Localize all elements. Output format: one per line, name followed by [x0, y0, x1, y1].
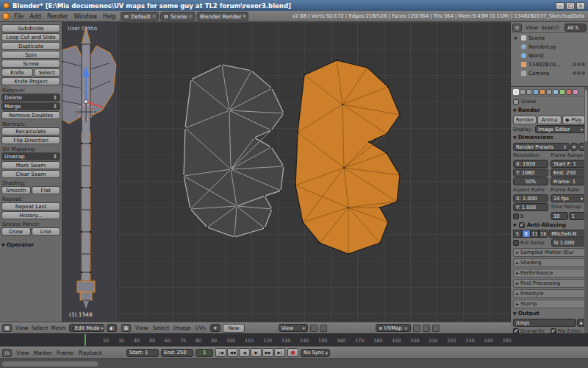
editor-type-3d-icon[interactable]: ▦ — [2, 324, 12, 332]
resolution-y-field[interactable]: Y: 1080 — [513, 169, 548, 177]
transport-button[interactable]: ◀ — [239, 348, 250, 357]
bottom-scroll-strip[interactable] — [0, 358, 588, 368]
play-button[interactable]: ▶ Play — [562, 116, 586, 124]
current-frame-field[interactable]: 1 — [196, 349, 213, 357]
aa-size-slider[interactable]: Si 1.000 — [551, 238, 587, 247]
render-panel-header[interactable]: Render — [513, 107, 586, 115]
knife-project-button[interactable]: Knife Project — [1, 77, 60, 85]
new-image-button[interactable]: New — [223, 324, 245, 333]
operator-panel-header[interactable]: Operator — [1, 241, 60, 250]
proportional-edit-icon[interactable] — [423, 325, 430, 332]
uv-header-menu-item[interactable]: Image — [171, 325, 193, 331]
render-presets-dropdown[interactable]: Render Presets⇕ — [513, 143, 570, 151]
aa-samples-11-button[interactable]: 11 — [531, 230, 539, 238]
resolution-percentage-slider[interactable]: 50% — [513, 177, 548, 185]
tab-object-icon[interactable] — [539, 89, 545, 95]
remap-new-field[interactable]: 1 — [569, 212, 587, 220]
tab-texture-icon[interactable] — [573, 89, 578, 95]
aspect-x-field[interactable]: X: 1.000 — [513, 194, 548, 202]
tab-render-icon[interactable] — [513, 89, 519, 95]
current-frame-field[interactable]: Frame: 1 — [551, 177, 586, 185]
border-checkbox[interactable] — [513, 213, 519, 219]
remove-doubles-button[interactable]: Remove Doubles — [1, 111, 60, 119]
duplicate-button[interactable]: Duplicate — [1, 42, 60, 50]
clear-icon[interactable]: × — [189, 13, 193, 19]
unwrap-menu-button[interactable]: Unwrap⇕ — [1, 152, 60, 160]
outliner-editor-icon[interactable]: ≡ — [512, 24, 522, 32]
flip-direction-button[interactable]: Flip Direction — [1, 136, 60, 144]
collapsed-panel-header[interactable]: Post Processing — [513, 279, 586, 288]
collapsed-panel-header[interactable]: Sampled Motion Blur — [513, 248, 586, 257]
uv-image-editor[interactable] — [119, 22, 511, 322]
preset-add-button[interactable]: + — [570, 143, 578, 151]
transport-button[interactable]: ◀◀ — [227, 348, 238, 357]
selectability-icon[interactable] — [577, 71, 581, 75]
repeat-last-button[interactable]: Repeat Last — [1, 202, 60, 210]
uvmap-selector[interactable]: UVMap × — [376, 324, 411, 332]
renderability-icon[interactable] — [581, 71, 585, 75]
subdivide-button[interactable]: Subdivide — [1, 24, 60, 32]
menu-item[interactable]: Render — [44, 13, 71, 20]
history-button[interactable]: History... — [1, 211, 60, 219]
collapsed-panel-header[interactable]: Stamp — [513, 300, 586, 308]
mark-seam-button[interactable]: Mark Seam — [1, 161, 60, 169]
file-extensions-checkbox[interactable] — [551, 328, 556, 333]
anti-aliasing-checkbox[interactable] — [519, 222, 525, 228]
close-button[interactable]: × — [576, 2, 585, 10]
mode-dropdown[interactable]: Edit Mode ▾ — [69, 324, 104, 332]
timeline-ruler[interactable]: 2030405060708090100110120130140150160170… — [0, 333, 588, 346]
fps-dropdown[interactable]: 24 fps▾ — [551, 194, 586, 202]
editor-type-timeline-icon[interactable]: ◷ — [2, 349, 12, 357]
pivot-icon[interactable] — [320, 325, 327, 332]
outliner-row-scene[interactable]: ▼ Scene — [512, 33, 587, 42]
scene-selector[interactable]: Scene × — [160, 12, 196, 21]
render-engine-selector[interactable]: Blender Render ▾ — [197, 12, 248, 21]
output-panel-header[interactable]: Output — [513, 310, 586, 318]
loop-cut-button[interactable]: Loop Cut and Slide — [1, 33, 60, 41]
flat-button[interactable]: Flat — [32, 186, 61, 194]
collapsed-panel-header[interactable]: Freestyle — [513, 289, 586, 298]
screen-layout-selector[interactable]: Default × — [121, 12, 159, 21]
aspect-y-field[interactable]: Y: 1.000 — [513, 203, 548, 211]
3d-header-menu-item[interactable]: View — [14, 325, 30, 331]
start-frame-field[interactable]: Start: 1 — [126, 349, 159, 357]
properties-scrollbar[interactable] — [584, 87, 588, 333]
horizontal-scrollbar-thumb[interactable] — [2, 361, 98, 367]
outliner-menu-item[interactable]: Search — [539, 24, 561, 31]
renderability-icon[interactable] — [581, 63, 585, 66]
timeline-menu-item[interactable]: Frame — [54, 350, 76, 356]
aa-samples-5-button[interactable]: 5 — [513, 230, 522, 238]
blender-menu-icon[interactable] — [2, 13, 10, 20]
output-path-field[interactable]: /tmp\ — [513, 319, 576, 327]
visibility-icon[interactable] — [573, 71, 576, 75]
uv-sync-selection-icon[interactable] — [432, 325, 440, 332]
timeline-menu-item[interactable]: Playback — [76, 350, 104, 356]
transport-button[interactable]: ▶| — [274, 348, 285, 357]
render-button[interactable]: Render — [513, 116, 537, 124]
3d-header-menu-item[interactable]: Select — [30, 325, 50, 331]
uv-header-menu-item[interactable]: View — [133, 325, 151, 331]
record-button[interactable]: ● — [287, 348, 298, 357]
tab-data-icon[interactable] — [559, 89, 565, 95]
tab-constraints-icon[interactable] — [546, 89, 552, 95]
outliner-row-camera[interactable]: Camera — [512, 68, 587, 77]
timeline-menu-item[interactable]: View — [14, 350, 32, 356]
minimize-button[interactable]: – — [556, 2, 564, 10]
uv-island-gray[interactable] — [184, 65, 284, 237]
resolution-x-field[interactable]: X: 1920 — [513, 160, 548, 168]
clear-icon[interactable]: × — [152, 13, 156, 19]
grease-line-button[interactable]: Line — [32, 227, 61, 236]
uv-island-orange[interactable] — [295, 60, 400, 254]
uv-header-menu-item[interactable]: UVs — [193, 325, 208, 331]
grease-draw-button[interactable]: Draw — [1, 227, 31, 236]
uv-view-dropdown[interactable]: View▾ — [279, 324, 308, 332]
overwrite-checkbox[interactable] — [513, 328, 519, 333]
recalculate-button[interactable]: Recalculate — [1, 127, 60, 135]
uv-header-menu-item[interactable]: Select — [151, 325, 172, 331]
3d-header-menu-item[interactable]: Mesh — [49, 325, 66, 331]
collapsed-panel-header[interactable]: Shading — [513, 258, 586, 267]
tab-material-icon[interactable] — [566, 89, 572, 95]
menu-item[interactable]: File — [11, 13, 26, 20]
outliner-menu-item[interactable]: View — [524, 24, 539, 31]
outliner-filter-dropdown[interactable]: All S — [564, 24, 587, 32]
